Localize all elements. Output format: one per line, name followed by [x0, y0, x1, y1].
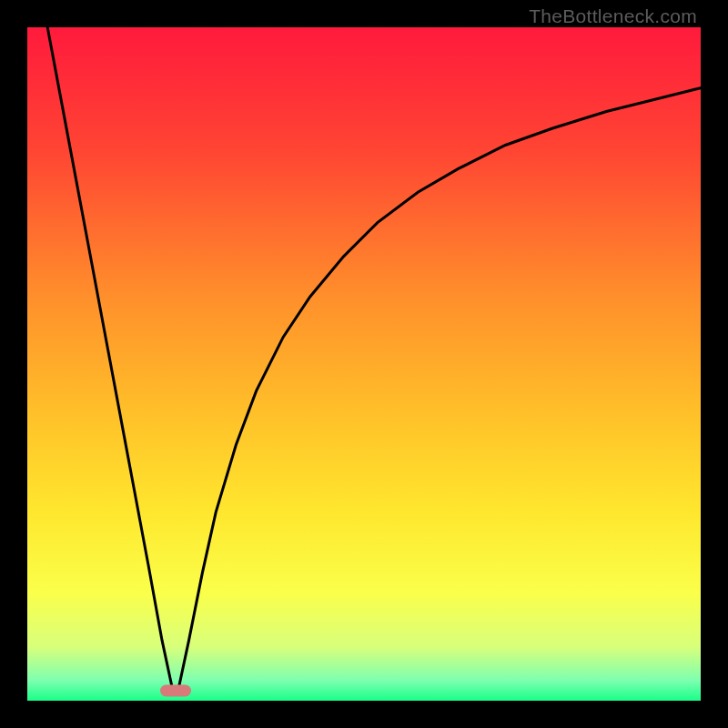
plot-area [27, 27, 701, 701]
bottleneck-curve [27, 27, 701, 701]
curve-left-branch [47, 27, 172, 687]
curve-right-branch [179, 88, 702, 688]
watermark-text: TheBottleneck.com [529, 5, 697, 27]
optimum-marker [160, 684, 191, 696]
chart-frame: TheBottleneck.com [0, 0, 728, 728]
